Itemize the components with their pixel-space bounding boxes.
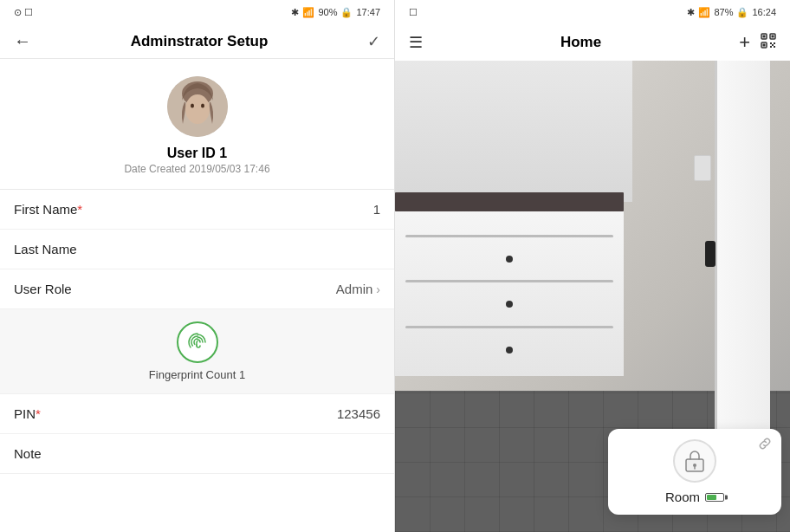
- user-role-chevron-icon: ›: [376, 282, 380, 296]
- fingerprint-section[interactable]: Fingerprint Count 1: [0, 309, 394, 394]
- user-id: User ID 1: [167, 146, 227, 161]
- page-title: Adminstrator Setup: [131, 33, 269, 50]
- left-status-right: ✱ 📶 90% 🔒 17:47: [291, 7, 380, 18]
- left-status-left: ⊙ ☐: [14, 7, 33, 18]
- svg-rect-14: [774, 46, 775, 48]
- note-label: Note: [14, 446, 42, 461]
- right-panel: ☐ ✱ 📶 87% 🔒 16:24 ☰ Home +: [395, 0, 790, 532]
- right-bluetooth-icon: ✱: [687, 7, 695, 18]
- light-switch: [694, 155, 711, 181]
- svg-rect-6: [763, 36, 766, 38]
- right-status-right: ✱ 📶 87% 🔒 16:24: [687, 7, 776, 18]
- home-title: Home: [560, 34, 601, 51]
- fingerprint-icon-wrap: [177, 321, 218, 363]
- door-handle-icon: [705, 241, 716, 267]
- last-name-row[interactable]: Last Name: [0, 230, 394, 269]
- form-section: First Name* 1 Last Name User Role Admin …: [0, 190, 394, 532]
- left-status-bar: ⊙ ☐ ✱ 📶 90% 🔒 17:47: [0, 0, 394, 24]
- signal-icon: 📶: [302, 7, 314, 18]
- room-text: Room: [665, 490, 700, 504]
- first-name-label: First Name*: [14, 202, 82, 217]
- battery-fill: [707, 495, 716, 500]
- svg-rect-15: [772, 44, 774, 46]
- lock-icon-small: 🔒: [340, 7, 353, 18]
- drawer-2: [405, 280, 613, 282]
- right-battery-text: 87%: [714, 7, 733, 17]
- battery-text: 90%: [318, 7, 337, 17]
- fingerprint-label: Fingerprint Count 1: [149, 368, 245, 381]
- svg-point-4: [201, 104, 204, 108]
- bluetooth-icon: ✱: [291, 7, 299, 18]
- left-nav-bar: ← Adminstrator Setup ✓: [0, 24, 394, 59]
- drawer-1: [405, 235, 613, 237]
- fingerprint-icon: [185, 330, 210, 354]
- right-nav-bar: ☰ Home +: [395, 24, 790, 61]
- room-lock-icon-wrap: [673, 439, 716, 483]
- time-display: 17:47: [356, 7, 380, 17]
- menu-button[interactable]: ☰: [409, 33, 423, 52]
- right-signal-icon: 📶: [698, 7, 710, 18]
- svg-point-3: [191, 104, 194, 108]
- first-name-required: *: [77, 202, 82, 217]
- avatar[interactable]: [167, 76, 228, 137]
- battery-body: [705, 493, 724, 502]
- pin-label: PIN*: [14, 406, 41, 421]
- drawer-3: [405, 326, 613, 328]
- user-role-label: User Role: [14, 282, 72, 296]
- qr-button[interactable]: [761, 33, 776, 52]
- counter-top: [395, 192, 624, 211]
- first-name-row[interactable]: First Name* 1: [0, 190, 394, 230]
- right-status-bar: ☐ ✱ 📶 87% 🔒 16:24: [395, 0, 790, 24]
- svg-rect-10: [763, 44, 766, 47]
- svg-rect-8: [772, 36, 774, 38]
- battery-indicator: [705, 493, 724, 502]
- pin-value: 123456: [337, 406, 380, 421]
- user-role-value: Admin: [336, 282, 373, 296]
- room-lock-icon: [684, 449, 705, 473]
- left-panel: ⊙ ☐ ✱ 📶 90% 🔒 17:47 ← Adminstrator Setup…: [0, 0, 395, 532]
- note-row[interactable]: Note: [0, 434, 394, 474]
- right-time-display: 16:24: [752, 7, 776, 17]
- right-nav-actions: +: [739, 31, 776, 54]
- door-frame: [715, 61, 770, 461]
- left-status-icons: ⊙ ☐: [14, 7, 33, 18]
- lower-cabinets: [395, 211, 624, 376]
- room-card[interactable]: Room: [608, 429, 781, 515]
- right-status-left-icon: ☐: [409, 7, 418, 18]
- link-icon[interactable]: [757, 436, 773, 455]
- svg-rect-11: [770, 42, 772, 44]
- profile-section: User ID 1 Date Created 2019/05/03 17:46: [0, 59, 394, 190]
- right-lock-icon: 🔒: [736, 7, 748, 18]
- svg-point-2: [185, 94, 210, 124]
- room-image-area: Room: [395, 61, 790, 532]
- confirm-button[interactable]: ✓: [367, 32, 380, 51]
- upper-cabinet: [395, 61, 632, 202]
- svg-rect-12: [774, 42, 775, 44]
- back-button[interactable]: ←: [14, 31, 31, 51]
- date-created: Date Created 2019/05/03 17:46: [124, 163, 269, 175]
- pin-row[interactable]: PIN* 123456: [0, 394, 394, 434]
- pin-required: *: [36, 406, 41, 421]
- svg-rect-13: [770, 46, 772, 48]
- last-name-label: Last Name: [14, 242, 77, 256]
- add-button[interactable]: +: [739, 31, 750, 54]
- first-name-value: 1: [373, 202, 380, 217]
- room-card-label: Room: [665, 490, 724, 504]
- user-role-row[interactable]: User Role Admin ›: [0, 269, 394, 309]
